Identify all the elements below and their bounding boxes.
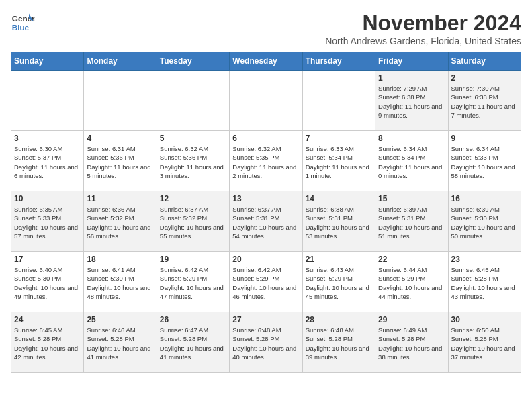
calendar-cell: 26Sunrise: 6:47 AM Sunset: 5:28 PM Dayli…	[157, 312, 229, 373]
logo: General Blue	[11, 11, 35, 35]
day-number: 7	[306, 134, 372, 143]
day-number: 13	[232, 194, 299, 203]
calendar-cell: 20Sunrise: 6:42 AM Sunset: 5:29 PM Dayli…	[230, 252, 302, 312]
calendar-cell: 5Sunrise: 6:32 AM Sunset: 5:36 PM Daylig…	[157, 131, 229, 191]
calendar-week-row: 1Sunrise: 7:29 AM Sunset: 6:38 PM Daylig…	[11, 71, 521, 131]
calendar-cell: 2Sunrise: 7:30 AM Sunset: 6:38 PM Daylig…	[448, 71, 521, 131]
day-number: 9	[451, 134, 518, 143]
calendar-week-row: 3Sunrise: 6:30 AM Sunset: 5:37 PM Daylig…	[11, 131, 521, 191]
day-info: Sunrise: 7:29 AM Sunset: 6:38 PM Dayligh…	[378, 84, 445, 120]
day-info: Sunrise: 6:34 AM Sunset: 5:33 PM Dayligh…	[451, 144, 518, 180]
calendar-cell: 27Sunrise: 6:48 AM Sunset: 5:28 PM Dayli…	[230, 312, 302, 373]
day-info: Sunrise: 6:44 AM Sunset: 5:29 PM Dayligh…	[378, 265, 445, 301]
day-info: Sunrise: 6:45 AM Sunset: 5:28 PM Dayligh…	[451, 265, 518, 301]
day-number: 16	[451, 194, 518, 203]
calendar-cell: 8Sunrise: 6:34 AM Sunset: 5:34 PM Daylig…	[375, 131, 448, 191]
day-number: 2	[451, 73, 518, 83]
calendar-week-row: 17Sunrise: 6:40 AM Sunset: 5:30 PM Dayli…	[11, 252, 521, 312]
calendar-day-header: Thursday	[302, 52, 375, 71]
day-info: Sunrise: 6:36 AM Sunset: 5:32 PM Dayligh…	[87, 205, 153, 240]
calendar-cell: 23Sunrise: 6:45 AM Sunset: 5:28 PM Dayli…	[448, 252, 521, 312]
day-number: 26	[160, 315, 226, 324]
calendar-day-header: Friday	[375, 52, 448, 71]
calendar-table: SundayMondayTuesdayWednesdayThursdayFrid…	[11, 52, 521, 373]
svg-text:Blue: Blue	[12, 23, 30, 32]
calendar-cell: 1Sunrise: 7:29 AM Sunset: 6:38 PM Daylig…	[375, 71, 448, 131]
day-number: 20	[232, 255, 299, 264]
calendar-cell	[230, 71, 302, 131]
calendar-cell: 15Sunrise: 6:39 AM Sunset: 5:31 PM Dayli…	[375, 191, 448, 252]
day-info: Sunrise: 6:42 AM Sunset: 5:29 PM Dayligh…	[160, 265, 226, 301]
calendar-body: 1Sunrise: 7:29 AM Sunset: 6:38 PM Daylig…	[11, 71, 521, 373]
day-info: Sunrise: 6:37 AM Sunset: 5:31 PM Dayligh…	[232, 205, 299, 240]
day-number: 18	[87, 255, 153, 264]
day-info: Sunrise: 7:30 AM Sunset: 6:38 PM Dayligh…	[451, 84, 518, 120]
day-info: Sunrise: 6:40 AM Sunset: 5:30 PM Dayligh…	[14, 265, 81, 301]
day-info: Sunrise: 6:42 AM Sunset: 5:29 PM Dayligh…	[232, 265, 299, 301]
calendar-cell: 12Sunrise: 6:37 AM Sunset: 5:32 PM Dayli…	[157, 191, 229, 252]
calendar-day-header: Wednesday	[230, 52, 302, 71]
day-info: Sunrise: 6:43 AM Sunset: 5:29 PM Dayligh…	[306, 265, 372, 301]
calendar-cell: 11Sunrise: 6:36 AM Sunset: 5:32 PM Dayli…	[84, 191, 157, 252]
calendar-day-header: Saturday	[448, 52, 521, 71]
day-info: Sunrise: 6:37 AM Sunset: 5:32 PM Dayligh…	[160, 205, 226, 240]
day-info: Sunrise: 6:30 AM Sunset: 5:37 PM Dayligh…	[14, 144, 81, 180]
day-number: 11	[87, 194, 153, 203]
day-number: 10	[14, 194, 81, 203]
day-info: Sunrise: 6:39 AM Sunset: 5:31 PM Dayligh…	[378, 205, 445, 240]
day-number: 1	[378, 73, 445, 83]
day-info: Sunrise: 6:47 AM Sunset: 5:28 PM Dayligh…	[160, 326, 226, 361]
day-info: Sunrise: 6:32 AM Sunset: 5:35 PM Dayligh…	[232, 144, 299, 180]
day-number: 15	[378, 194, 445, 203]
calendar-cell: 14Sunrise: 6:38 AM Sunset: 5:31 PM Dayli…	[302, 191, 375, 252]
day-number: 8	[378, 134, 445, 143]
day-info: Sunrise: 6:46 AM Sunset: 5:28 PM Dayligh…	[87, 326, 153, 361]
day-info: Sunrise: 6:38 AM Sunset: 5:31 PM Dayligh…	[306, 205, 372, 240]
title-area: November 2024 North Andrews Gardens, Flo…	[325, 11, 521, 46]
calendar-cell	[84, 71, 157, 131]
calendar-cell: 29Sunrise: 6:49 AM Sunset: 5:28 PM Dayli…	[375, 312, 448, 373]
day-number: 21	[306, 255, 372, 264]
day-number: 5	[160, 134, 226, 143]
day-info: Sunrise: 6:50 AM Sunset: 5:28 PM Dayligh…	[451, 326, 518, 361]
day-number: 12	[160, 194, 226, 203]
day-number: 23	[451, 255, 518, 264]
day-info: Sunrise: 6:41 AM Sunset: 5:30 PM Dayligh…	[87, 265, 153, 301]
calendar-cell: 25Sunrise: 6:46 AM Sunset: 5:28 PM Dayli…	[84, 312, 157, 373]
calendar-cell: 16Sunrise: 6:39 AM Sunset: 5:30 PM Dayli…	[448, 191, 521, 252]
day-info: Sunrise: 6:48 AM Sunset: 5:28 PM Dayligh…	[232, 326, 299, 361]
calendar-day-header: Sunday	[11, 52, 84, 71]
day-number: 22	[378, 255, 445, 264]
day-number: 14	[306, 194, 372, 203]
day-number: 17	[14, 255, 81, 264]
calendar-cell: 3Sunrise: 6:30 AM Sunset: 5:37 PM Daylig…	[11, 131, 84, 191]
day-number: 28	[306, 315, 372, 324]
day-info: Sunrise: 6:35 AM Sunset: 5:33 PM Dayligh…	[14, 205, 81, 240]
calendar-day-header: Tuesday	[157, 52, 229, 71]
day-info: Sunrise: 6:34 AM Sunset: 5:34 PM Dayligh…	[378, 144, 445, 180]
day-info: Sunrise: 6:31 AM Sunset: 5:36 PM Dayligh…	[87, 144, 153, 180]
month-title: November 2024	[325, 11, 521, 36]
day-number: 6	[232, 134, 299, 143]
calendar-cell: 18Sunrise: 6:41 AM Sunset: 5:30 PM Dayli…	[84, 252, 157, 312]
calendar-cell: 28Sunrise: 6:48 AM Sunset: 5:28 PM Dayli…	[302, 312, 375, 373]
logo-icon: General Blue	[11, 11, 35, 35]
calendar-cell: 9Sunrise: 6:34 AM Sunset: 5:33 PM Daylig…	[448, 131, 521, 191]
day-number: 29	[378, 315, 445, 324]
calendar-header-row: SundayMondayTuesdayWednesdayThursdayFrid…	[11, 52, 521, 71]
day-number: 30	[451, 315, 518, 324]
calendar-cell: 13Sunrise: 6:37 AM Sunset: 5:31 PM Dayli…	[230, 191, 302, 252]
calendar-day-header: Monday	[84, 52, 157, 71]
calendar-cell: 22Sunrise: 6:44 AM Sunset: 5:29 PM Dayli…	[375, 252, 448, 312]
day-number: 25	[87, 315, 153, 324]
calendar-cell: 4Sunrise: 6:31 AM Sunset: 5:36 PM Daylig…	[84, 131, 157, 191]
calendar-week-row: 10Sunrise: 6:35 AM Sunset: 5:33 PM Dayli…	[11, 191, 521, 252]
day-number: 24	[14, 315, 81, 324]
calendar-cell: 21Sunrise: 6:43 AM Sunset: 5:29 PM Dayli…	[302, 252, 375, 312]
day-info: Sunrise: 6:45 AM Sunset: 5:28 PM Dayligh…	[14, 326, 81, 361]
day-info: Sunrise: 6:39 AM Sunset: 5:30 PM Dayligh…	[451, 205, 518, 240]
calendar-cell: 17Sunrise: 6:40 AM Sunset: 5:30 PM Dayli…	[11, 252, 84, 312]
calendar-cell: 7Sunrise: 6:33 AM Sunset: 5:34 PM Daylig…	[302, 131, 375, 191]
calendar-cell	[11, 71, 84, 131]
calendar-cell: 6Sunrise: 6:32 AM Sunset: 5:35 PM Daylig…	[230, 131, 302, 191]
